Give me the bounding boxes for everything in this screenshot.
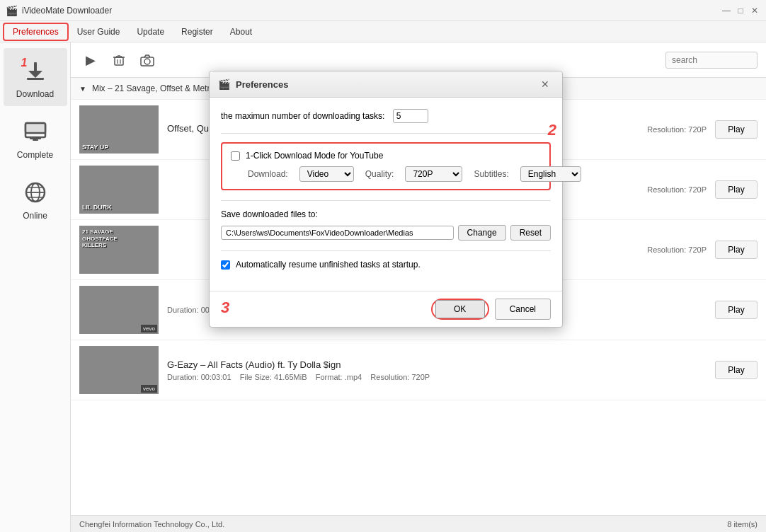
app-title: iVideoMate Downloader <box>22 6 721 16</box>
dialog-icon: 🎬 <box>218 79 230 90</box>
download-item: vevo G-Eazy – All Facts (Audio) ft. Ty D… <box>71 340 766 400</box>
screenshot-button[interactable] <box>136 49 159 71</box>
maximize-button[interactable]: □ <box>735 5 746 16</box>
item-resolution: Resolution: 720P <box>647 245 715 254</box>
item-title: G-Eazy – All Facts (Audio) ft. Ty Dolla … <box>167 359 715 370</box>
thumbnail: vevo <box>79 346 159 394</box>
play-item-button[interactable]: Play <box>715 361 758 379</box>
quality-label: Quality: <box>365 169 394 179</box>
path-row: Change Reset <box>221 225 551 241</box>
path-input[interactable] <box>221 226 454 240</box>
quality-select[interactable]: 720P 1080P 480P 360P <box>405 166 462 182</box>
download-quality-row: Download: Video Audio Quality: 720P 1080… <box>231 166 541 182</box>
sidebar-item-download[interactable]: 1 Download <box>4 48 67 106</box>
play-item-button[interactable]: Play <box>715 241 758 259</box>
menu-about[interactable]: About <box>222 24 261 40</box>
save-path-section: Save downloaded files to: Change Reset <box>221 209 551 241</box>
menu-preferences[interactable]: Preferences <box>3 23 69 41</box>
trash-icon <box>113 54 125 66</box>
max-tasks-label: the maximun number of downloading tasks: <box>221 111 384 121</box>
complete-icon <box>23 119 48 144</box>
item-meta: Duration: 00:03:01 File Size: 41.65MiB F… <box>167 373 715 381</box>
oneclick-checkbox-row: 1-Click Download Mode for YouTube <box>231 151 541 161</box>
item-resolution: Resolution: 720P <box>647 185 715 194</box>
sidebar-download-label: Download <box>16 89 54 99</box>
thumbnail: 21 SAVAGEGHOSTFACEKILLERS <box>79 226 159 274</box>
oneclick-section: 2 1-Click Download Mode for YouTube Down… <box>221 142 551 190</box>
svg-rect-5 <box>30 137 41 139</box>
download-select[interactable]: Video Audio <box>299 166 354 182</box>
menu-bar: Preferences User Guide Update Register A… <box>0 21 766 42</box>
max-tasks-row: the maximun number of downloading tasks: <box>221 109 551 123</box>
title-bar: 🎬 iVideoMate Downloader — □ ✕ <box>0 0 766 21</box>
auto-resume-label: Automatically resume unfinished tasks at… <box>236 260 421 270</box>
online-icon <box>23 180 48 205</box>
ok-highlight: OK <box>431 299 489 320</box>
play-item-button[interactable]: Play <box>715 301 758 319</box>
play-item-button[interactable]: Play <box>715 120 758 139</box>
sidebar-complete-label: Complete <box>17 150 53 160</box>
step-3-label: 3 <box>221 299 229 320</box>
play-button[interactable]: ▶ <box>79 49 102 71</box>
oneclick-box: 1-Click Download Mode for YouTube Downlo… <box>221 142 551 190</box>
thumbnail: LIL DURK <box>79 166 159 214</box>
svg-rect-12 <box>115 57 123 65</box>
dialog-title: Preferences <box>236 79 537 90</box>
window-controls: — □ ✕ <box>721 5 760 16</box>
item-resolution: Resolution: 720P <box>647 125 715 134</box>
download-badge: 1 <box>21 57 28 69</box>
dialog-titlebar: 🎬 Preferences ✕ <box>210 71 562 98</box>
complete-icon-wrap <box>20 116 51 147</box>
dialog-body: the maximun number of downloading tasks:… <box>210 98 562 291</box>
cancel-button[interactable]: Cancel <box>495 299 551 320</box>
auto-resume-row: Automatically resume unfinished tasks at… <box>221 260 551 270</box>
search-input[interactable] <box>665 52 758 69</box>
menu-register[interactable]: Register <box>173 24 222 40</box>
step-2-label: 2 <box>548 121 556 139</box>
svg-rect-0 <box>27 78 44 80</box>
thumbnail: vevo <box>79 286 159 334</box>
svg-point-20 <box>144 59 150 64</box>
save-label: Save downloaded files to: <box>221 209 551 219</box>
menu-update[interactable]: Update <box>128 24 173 40</box>
camera-icon <box>140 54 154 66</box>
ok-button[interactable]: OK <box>435 300 485 318</box>
minimize-button[interactable]: — <box>721 5 732 16</box>
oneclick-label: 1-Click Download Mode for YouTube <box>246 151 383 161</box>
sidebar-item-online[interactable]: Online <box>4 170 67 228</box>
status-bar: Chengfei Information Technology Co., Ltd… <box>71 515 766 532</box>
dialog-close-button[interactable]: ✕ <box>537 77 554 91</box>
download-label: Download: <box>248 169 288 179</box>
chevron-icon: ▼ <box>79 85 86 93</box>
item-info: G-Eazy – All Facts (Audio) ft. Ty Dolla … <box>167 359 715 381</box>
preferences-dialog: 🎬 Preferences ✕ the maximun number of do… <box>209 71 563 328</box>
subtitles-select[interactable]: English None Auto <box>520 166 581 182</box>
svg-rect-4 <box>25 123 45 133</box>
sidebar-item-complete[interactable]: Complete <box>4 109 67 167</box>
oneclick-checkbox[interactable] <box>231 151 240 161</box>
download-icon-wrap: 1 <box>20 55 51 86</box>
online-icon-wrap <box>20 177 51 208</box>
delete-button[interactable] <box>108 49 130 71</box>
change-button[interactable]: Change <box>458 225 506 241</box>
svg-marker-2 <box>28 71 42 78</box>
thumbnail: STAY UP <box>79 105 159 154</box>
sidebar-online-label: Online <box>23 211 47 221</box>
dialog-footer: 3 OK Cancel <box>210 291 562 327</box>
max-tasks-input[interactable] <box>393 109 428 123</box>
sidebar: 1 Download Complete <box>0 42 71 532</box>
close-button[interactable]: ✕ <box>749 5 760 16</box>
items-count: 8 item(s) <box>727 520 758 528</box>
menu-user-guide[interactable]: User Guide <box>69 24 129 40</box>
app-icon: 🎬 <box>6 5 18 16</box>
svg-rect-6 <box>33 139 38 141</box>
subtitles-label: Subtitles: <box>474 169 508 179</box>
play-item-button[interactable]: Play <box>715 180 758 199</box>
reset-button[interactable]: Reset <box>510 225 551 241</box>
auto-resume-checkbox[interactable] <box>221 260 230 270</box>
company-label: Chengfei Information Technology Co., Ltd… <box>79 520 224 528</box>
